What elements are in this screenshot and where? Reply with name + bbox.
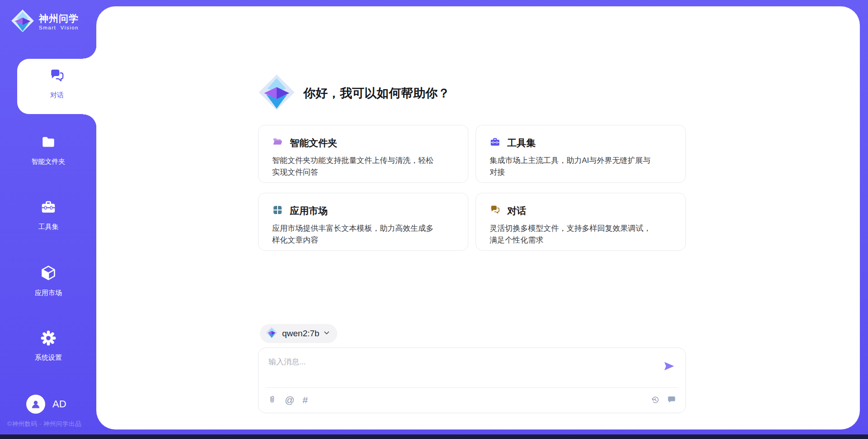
tab-curve-top: [83, 45, 97, 59]
sidebar-item-chat[interactable]: 对话: [17, 59, 97, 114]
greeting-block: 你好，我可以如何帮助你？: [258, 74, 450, 113]
mention-icon[interactable]: @: [285, 395, 294, 405]
history-icon[interactable]: [651, 395, 660, 405]
card-description: 应用市场提供丰富长文本模板，助力高效生成多样化文章内容: [272, 223, 440, 247]
attachment-icon[interactable]: [268, 395, 277, 405]
model-diamond-icon: [266, 327, 278, 340]
brand-name: 神州问学: [39, 13, 79, 24]
card-description: 智能文件夹功能支持批量文件上传与清洗，轻松实现文件问答: [272, 155, 440, 179]
sidebar-item-label: 对话: [50, 91, 64, 100]
sidebar-item-app-market[interactable]: 应用市场: [5, 264, 91, 297]
folder-open-icon: [272, 137, 283, 149]
tab-curve-bottom: [83, 114, 97, 128]
card-description: 集成市场上主流工具，助力AI与外界无缝扩展与对接: [490, 155, 658, 179]
chevron-down-icon: [323, 329, 330, 338]
message-input[interactable]: [259, 348, 652, 385]
send-icon[interactable]: [663, 360, 675, 372]
sidebar: 神州问学 Smart Vision 对话 智能文件夹: [0, 0, 96, 439]
sidebar-item-label: 工具集: [38, 223, 59, 231]
brand-subtitle: Smart Vision: [39, 25, 79, 30]
folder-icon: [40, 134, 57, 152]
card-description: 灵活切换多模型文件，支持多样回复效果调试，满足个性化需求: [490, 223, 658, 247]
model-name: qwen2:7b: [282, 329, 319, 339]
center-column: 你好，我可以如何帮助你？ 智能文件夹 智能文件夹功能支持批量文件上传与清洗，轻松…: [258, 6, 686, 429]
brand-diamond-icon: [11, 9, 34, 34]
cube-icon: [40, 264, 57, 283]
bottom-window-edge: [0, 434, 868, 439]
user-name: AD: [52, 398, 66, 410]
card-title: 对话: [507, 205, 526, 217]
chat-bubble-icon[interactable]: [667, 395, 676, 405]
composer-toolbar: @ #: [259, 387, 685, 413]
card-app-market[interactable]: 应用市场 应用市场提供丰富长文本模板，助力高效生成多样化文章内容: [258, 193, 468, 251]
gear-icon: [40, 330, 57, 348]
card-chat[interactable]: 对话 灵活切换多模型文件，支持多样回复效果调试，满足个性化需求: [476, 193, 686, 251]
chat-icon: [49, 68, 65, 86]
user-profile[interactable]: AD: [26, 395, 66, 414]
avatar: [26, 395, 45, 414]
briefcase-icon: [40, 199, 57, 217]
model-selector[interactable]: qwen2:7b: [260, 324, 337, 343]
briefcase-icon: [490, 137, 500, 149]
message-composer: @ #: [258, 348, 686, 413]
sidebar-item-label: 智能文件夹: [32, 157, 66, 166]
card-title: 应用市场: [290, 205, 328, 217]
sidebar-item-settings[interactable]: 系统设置: [5, 330, 91, 362]
sidebar-item-smart-folder[interactable]: 智能文件夹: [5, 134, 91, 166]
apps-grid-icon: [272, 205, 283, 217]
sidebar-item-toolset[interactable]: 工具集: [5, 199, 91, 231]
greeting-title: 你好，我可以如何帮助你？: [303, 85, 450, 101]
assistant-diamond-icon: [258, 74, 295, 113]
card-toolset[interactable]: 工具集 集成市场上主流工具，助力AI与外界无缝扩展与对接: [476, 125, 686, 183]
sidebar-item-label: 系统设置: [35, 353, 62, 362]
chat-icon: [490, 205, 500, 217]
copyright-text: ©神州数码 · 神州问学出品: [7, 420, 98, 428]
feature-cards: 智能文件夹 智能文件夹功能支持批量文件上传与清洗，轻松实现文件问答: [258, 125, 686, 251]
hashtag-icon[interactable]: #: [302, 395, 308, 405]
card-title: 智能文件夹: [290, 137, 337, 149]
brand-logo: 神州问学 Smart Vision: [11, 9, 79, 34]
main-content: 你好，我可以如何帮助你？ 智能文件夹 智能文件夹功能支持批量文件上传与清洗，轻松…: [96, 6, 860, 429]
sidebar-item-label: 应用市场: [35, 289, 62, 297]
card-smart-folder[interactable]: 智能文件夹 智能文件夹功能支持批量文件上传与清洗，轻松实现文件问答: [258, 125, 468, 183]
card-title: 工具集: [507, 137, 536, 149]
